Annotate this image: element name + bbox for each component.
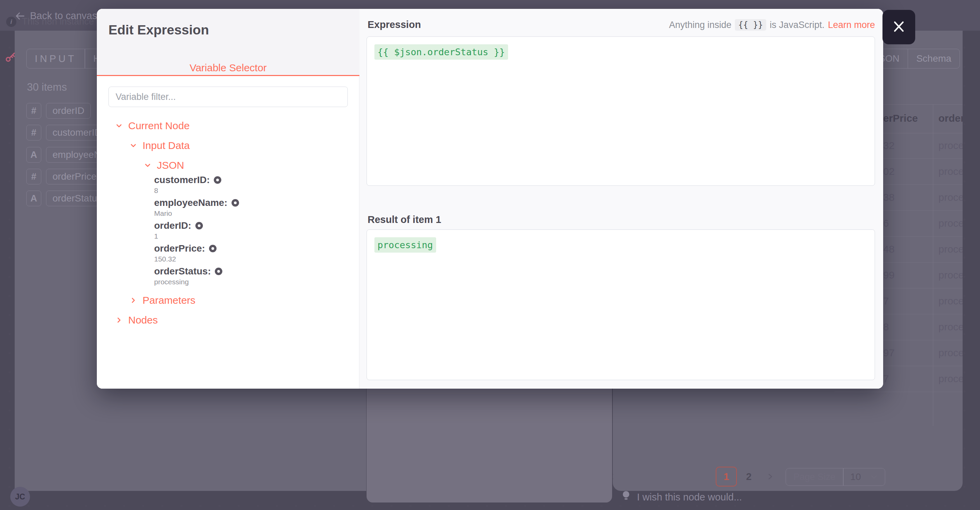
schema-field-name[interactable]: orderID (46, 103, 91, 119)
pagination-page-2[interactable]: 2 (741, 467, 756, 486)
hint-suffix: is JavaScript. (770, 20, 824, 30)
schema-row[interactable]: # orderID 1 (26, 103, 104, 119)
braces-chip: {{ }} (735, 19, 766, 31)
close-modal-button[interactable] (883, 10, 915, 44)
cell-orderstatus: proces (939, 295, 963, 307)
cell-orderstatus: proces (939, 321, 963, 333)
cell-orderstatus: proces (939, 166, 963, 177)
tree-leaf-value: 8 (154, 186, 158, 195)
cell-orderprice: 32 (883, 140, 894, 151)
tree-leaf-value: Mario (154, 209, 172, 218)
pagination-prev-button[interactable] (613, 467, 619, 486)
tree-leaf-key: orderID: (154, 220, 191, 231)
cell-orderprice: 99 (883, 269, 894, 281)
avatar[interactable]: JC (10, 487, 30, 507)
tree-leaf-customerid[interactable]: customerID: (154, 175, 221, 186)
tree-branch-parameters[interactable]: Parameters (130, 294, 196, 306)
node-feedback-text: I wish this node would... (637, 492, 742, 503)
chevron-down-icon (115, 122, 123, 130)
tree-leaf-employeename[interactable]: employeeName: (154, 197, 239, 208)
string-type-icon: A (26, 147, 41, 163)
cell-orderstatus: proces (939, 347, 963, 359)
chevron-right-icon (130, 297, 137, 304)
input-items-count: 30 items (27, 81, 67, 94)
result-output: processing (367, 229, 875, 380)
chevron-down-icon (144, 162, 151, 169)
key-icon (5, 51, 16, 64)
tree-leaf-orderstatus[interactable]: orderStatus: (154, 266, 222, 277)
result-heading: Result of item 1 (368, 214, 441, 226)
avatar-initials: JC (15, 492, 25, 502)
learn-more-link[interactable]: Learn more (828, 20, 875, 30)
tree-leaf-orderid[interactable]: orderID: (154, 220, 203, 231)
insert-variable-icon[interactable] (215, 268, 222, 275)
back-to-canvas-label: Back to canvas (30, 10, 97, 21)
insert-variable-icon[interactable] (214, 176, 221, 184)
insert-variable-icon[interactable] (196, 222, 203, 229)
tree-branch-label: Current Node (128, 120, 189, 132)
tree-leaf-key: orderPrice: (154, 243, 205, 254)
tree-leaf-value: processing (154, 278, 189, 286)
expression-editor[interactable]: {{ $json.orderStatus }} (367, 37, 875, 186)
variable-filter-input[interactable] (108, 87, 348, 107)
page-size-select[interactable]: Page Size 10 (786, 468, 885, 486)
tree-leaf-key: employeeName: (154, 197, 228, 208)
cell-orderprice: 7 (883, 295, 889, 307)
modal-title: Edit Expression (108, 22, 209, 38)
cell-orderstatus: proces (939, 373, 963, 384)
tree-branch-nodes[interactable]: Nodes (115, 314, 158, 326)
back-arrow-icon (15, 11, 25, 21)
pagination-page-1[interactable]: 1 (716, 467, 737, 486)
tree-branch-label: JSON (157, 160, 184, 171)
cell-orderstatus: proces (939, 243, 963, 255)
string-type-icon: A (26, 191, 41, 206)
tree-branch-label: Nodes (128, 314, 158, 326)
cell-orderprice: 6 (883, 218, 889, 229)
insert-variable-icon[interactable] (209, 245, 216, 252)
cell-orderstatus: proces (939, 269, 963, 281)
lightbulb-icon (621, 490, 631, 504)
expression-heading: Expression (368, 19, 421, 30)
hint-prefix: Anything inside (669, 20, 732, 30)
tree-branch-json[interactable]: JSON (144, 160, 184, 171)
tree-branch-input-data[interactable]: Input Data (130, 140, 189, 151)
schema-row[interactable]: A orderStatus (26, 191, 108, 206)
cell-orderstatus: proces (939, 218, 963, 229)
page-size-value: 10 (850, 472, 861, 482)
schema-field-name[interactable]: orderPrice (46, 169, 103, 184)
pagination-next-button[interactable] (763, 467, 777, 486)
number-type-icon: # (26, 169, 41, 184)
chevron-right-icon (115, 316, 123, 324)
tree-branch-label: Input Data (143, 140, 189, 151)
cell-orderprice: 38 (883, 192, 894, 203)
insert-variable-icon[interactable] (232, 199, 239, 207)
cell-orderprice: 48 (883, 243, 894, 255)
page-size-label: Page Size (786, 469, 843, 485)
result-value: processing (374, 237, 436, 253)
expression-hint: Anything inside {{ }} is JavaScript. Lea… (669, 19, 875, 31)
cell-orderstatus: proces (939, 140, 963, 151)
cell-orderprice: 97 (883, 347, 894, 359)
node-feedback-link[interactable]: I wish this node would... (621, 490, 742, 504)
chevron-down-icon (870, 473, 878, 481)
cell-orderprice: 02 (883, 166, 894, 177)
tree-leaf-value: 150.32 (154, 255, 176, 263)
tab-schema[interactable]: Schema (908, 49, 959, 68)
expression-code[interactable]: {{ $json.orderStatus }} (374, 44, 508, 60)
tree-branch-current-node[interactable]: Current Node (115, 120, 189, 132)
tree-leaf-key: orderStatus: (154, 266, 211, 277)
table-header-orderstatus: order (939, 113, 963, 124)
tab-input[interactable]: INPUT (27, 49, 84, 68)
close-icon (891, 19, 906, 35)
tree-leaf-key: customerID: (154, 175, 210, 186)
cell-orderstatus: proces (939, 192, 963, 203)
schema-row[interactable]: # customerID (26, 125, 108, 140)
modal-right-column: Expression Anything inside {{ }} is Java… (360, 9, 883, 389)
tab-active-underline (97, 75, 360, 76)
tree-leaf-orderprice[interactable]: orderPrice: (154, 243, 216, 254)
tab-variable-selector[interactable]: Variable Selector (97, 62, 360, 74)
cell-orderprice: 7 (883, 373, 889, 384)
tree-leaf-value: 1 (154, 232, 158, 240)
schema-row[interactable]: # orderPrice (26, 169, 103, 184)
back-to-canvas-link[interactable]: Back to canvas (15, 10, 97, 21)
